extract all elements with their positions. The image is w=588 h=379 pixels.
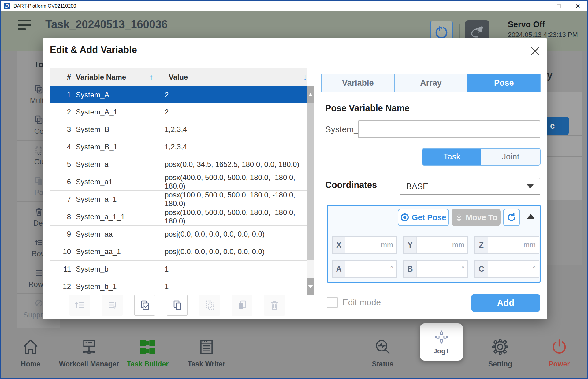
get-pose-button[interactable]: Get Pose <box>398 209 449 226</box>
window-titlebar: D DART-Platform GV02110200 ✕ <box>1 1 587 11</box>
power-icon <box>550 338 568 356</box>
edit-mode-label: Edit mode <box>342 298 381 307</box>
pose-variable-name-input[interactable] <box>358 120 540 138</box>
nav-task-builder[interactable]: Task Builder <box>117 338 178 368</box>
select-copy-button[interactable] <box>134 295 155 316</box>
dart-logo-icon: D <box>4 3 10 9</box>
table-row[interactable]: 7 System_a_1 posx(100.0, 500.0, 500.0, 1… <box>50 191 307 208</box>
pose-field-b: B ° <box>403 260 468 278</box>
home-icon <box>22 338 39 356</box>
task-title: Task_20240513_160036 <box>45 18 168 31</box>
table-row[interactable]: 6 System_a1 posx(400.0, 500.0, 500.0, 18… <box>50 173 307 191</box>
variable-table: 1 System_A 2 2 System_A_1 2 3 System_B 1… <box>50 86 307 295</box>
workcell-manager-icon <box>80 338 98 356</box>
close-icon <box>530 46 540 56</box>
sort-desc-icon[interactable]: ↓ <box>303 73 307 82</box>
minimize-icon <box>538 6 542 6</box>
tab-pose[interactable]: Pose <box>467 74 540 92</box>
row-insert-below-button[interactable] <box>102 295 123 316</box>
move-to-icon <box>455 213 463 222</box>
c-input[interactable] <box>488 261 533 277</box>
duplicate-icon <box>171 299 183 311</box>
minimize-button[interactable] <box>530 1 549 11</box>
servo-status: Servo Off <box>508 20 545 29</box>
coordinates-label: Coordinates <box>325 180 377 190</box>
sort-asc-icon[interactable]: ↑ <box>149 73 154 82</box>
refresh-pose-button[interactable] <box>503 209 520 226</box>
close-icon: ✕ <box>575 3 581 9</box>
nav-workcell-manager[interactable]: Workcell Manager <box>58 338 120 368</box>
y-input[interactable] <box>417 237 452 253</box>
edit-mode-checkbox[interactable] <box>327 297 338 308</box>
table-row[interactable]: 10 System_aa_1 posj(0.0, 0.0, 0.0, 0.0, … <box>50 243 307 261</box>
a-input[interactable] <box>345 261 390 277</box>
nav-home[interactable]: Home <box>0 338 61 368</box>
coordinates-dropdown[interactable]: BASE <box>400 178 540 195</box>
toggle-joint[interactable]: Joint <box>481 149 540 165</box>
menu-button[interactable] <box>18 20 31 32</box>
table-row[interactable]: 2 System_A_1 2 <box>50 103 307 121</box>
pose-input-panel: Get Pose Move To X mm Y mm Z <box>327 205 541 283</box>
x-input[interactable] <box>345 237 381 253</box>
nav-task-writer[interactable]: Task Writer <box>176 338 237 368</box>
variable-type-tabs: Variable Array Pose <box>321 74 541 92</box>
table-row[interactable]: 8 System_a_1_1 posx(100.0, 500.0, 500.0,… <box>50 208 307 226</box>
space-type-toggle: Task Joint <box>422 148 541 166</box>
dialog-close-button[interactable] <box>530 46 541 57</box>
task-builder-icon <box>139 338 157 356</box>
table-row[interactable]: 12 System_b_1 1 <box>50 278 307 295</box>
table-row[interactable]: 9 System_aa posj(0.0, 0.0, 0.0, 0.0, 0.0… <box>50 226 307 243</box>
row-indent-up-button[interactable] <box>69 295 90 316</box>
paste-button[interactable] <box>199 295 220 316</box>
refresh-icon <box>506 212 517 223</box>
row-insert-below-icon <box>106 299 118 311</box>
scroll-down-icon <box>308 285 313 288</box>
paste-dashed-icon <box>203 299 216 311</box>
table-scrollbar[interactable] <box>307 86 314 295</box>
tab-variable[interactable]: Variable <box>322 74 395 92</box>
pose-field-x: X mm <box>332 236 397 254</box>
move-to-button[interactable]: Move To <box>452 209 501 226</box>
row-indent-up-icon <box>74 299 86 311</box>
maximize-button[interactable] <box>549 1 568 11</box>
toggle-task[interactable]: Task <box>422 149 481 165</box>
scrollbar-thumb[interactable] <box>307 103 314 260</box>
gear-icon <box>491 338 509 356</box>
nav-status[interactable]: Status <box>352 338 413 368</box>
table-row[interactable]: 5 System_a posx(0.0, 34.5, 1652.5, 180.0… <box>50 156 307 173</box>
background-text-fragment: y <box>547 69 553 81</box>
duplicate-filled-icon <box>236 299 248 311</box>
add-button[interactable]: Add <box>471 294 540 312</box>
table-row[interactable]: 4 System_B_1 1,2,3,4 <box>50 138 307 156</box>
scroll-down-button[interactable] <box>307 278 314 295</box>
delete-row-button[interactable] <box>264 295 285 316</box>
duplicate-button[interactable] <box>167 295 188 316</box>
dialog-title: Edit & Add Variable <box>50 44 137 55</box>
collapse-panel-icon[interactable] <box>527 214 534 219</box>
panel-divider <box>331 230 536 230</box>
nav-power[interactable]: Power <box>529 338 588 368</box>
jog-dpad-icon <box>433 329 450 345</box>
coordinates-value: BASE <box>406 182 428 191</box>
close-window-button[interactable]: ✕ <box>568 1 587 11</box>
b-input[interactable] <box>417 261 461 277</box>
z-input[interactable] <box>488 237 523 253</box>
table-row[interactable]: 11 System_b 1 <box>50 261 307 278</box>
pose-field-z: Z mm <box>474 236 539 254</box>
pose-field-y: Y mm <box>403 236 468 254</box>
nav-jog[interactable]: Jog+ <box>420 323 463 361</box>
duplicate-filled-button[interactable] <box>232 295 252 316</box>
pose-variable-name-title: Pose Variable Name <box>325 103 410 113</box>
table-row[interactable]: 1 System_A 2 <box>50 86 307 103</box>
variable-name-prefix: System_ <box>325 125 359 134</box>
tab-array[interactable]: Array <box>395 74 468 92</box>
table-row[interactable]: 3 System_B 1,2,3,4 <box>50 121 307 138</box>
trash-icon <box>268 299 281 311</box>
hand-icon <box>469 24 486 40</box>
pose-field-c: C ° <box>474 260 539 278</box>
rotate-circle-icon <box>435 25 448 39</box>
servo-timestamp: 2024.05.13 4:23:13 PM <box>508 31 578 39</box>
nav-setting[interactable]: Setting <box>470 338 531 368</box>
copy-check-icon <box>139 299 151 311</box>
scroll-up-button[interactable] <box>307 86 314 103</box>
